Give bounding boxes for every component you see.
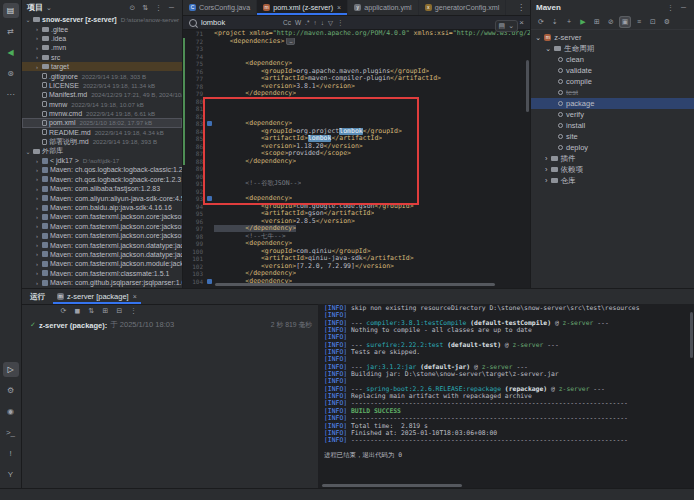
more-icon[interactable]: ⋮	[665, 2, 676, 13]
maven-tree-item[interactable]: ⌄mz-server	[531, 32, 694, 43]
chevron-icon[interactable]: ›	[34, 233, 40, 239]
project-tree-item[interactable]: ›Maven: ch.qos.logback:logback-classic:1…	[22, 165, 182, 174]
add-maven-project-icon[interactable]: +	[563, 16, 575, 28]
chevron-down-icon[interactable]: ⌄	[508, 22, 514, 30]
code-line[interactable]: 71<project xmlns="http://maven.apache.or…	[183, 30, 530, 38]
maven-tree-item[interactable]: validate	[531, 65, 694, 76]
chevron-down-icon[interactable]: ⌄	[46, 4, 52, 12]
code-line[interactable]: 101 <artifactId>qiniu-java-sdk</artifact…	[183, 255, 530, 263]
project-tree-item[interactable]: ›target	[22, 62, 182, 71]
chevron-icon[interactable]: ›	[34, 214, 40, 220]
maven-tree-item[interactable]: clean	[531, 54, 694, 65]
project-tree-item[interactable]: Manifest.md2024/12/29 17:21, 49 B, 2024/…	[22, 90, 182, 99]
maven-tree-item[interactable]: ›依赖项	[531, 164, 694, 175]
code-line[interactable]: 96 <version>2.8.5</version>	[183, 218, 530, 226]
regex-button[interactable]: .*	[305, 19, 309, 27]
chevron-icon[interactable]: ›	[34, 186, 40, 192]
code-line[interactable]: 80	[183, 98, 530, 106]
tab-options-icon[interactable]: ⋮	[512, 0, 530, 15]
collapse-all-icon[interactable]: ≡	[633, 16, 645, 28]
project-tree-item[interactable]: ›Maven: com.fasterxml.jackson.module:jac…	[22, 259, 182, 268]
code-line[interactable]: 82	[183, 113, 530, 121]
project-tool-icon[interactable]: ▤	[3, 3, 19, 18]
code-line[interactable]: 90	[183, 173, 530, 181]
download-sources-icon[interactable]: ⇣	[549, 16, 561, 28]
prev-match-icon[interactable]: ↑	[313, 19, 316, 27]
chevron-icon[interactable]: ›	[34, 205, 40, 211]
code-widget-icon[interactable]: ▤	[499, 22, 506, 30]
code-line[interactable]: 102 <version>[7.2.0, 7.2.99]</version>	[183, 263, 530, 271]
filter-icon[interactable]: ⇅	[86, 305, 97, 316]
maven-tree-item[interactable]: test	[531, 87, 694, 98]
maven-tree-item[interactable]: compile	[531, 76, 694, 87]
code-line[interactable]: 85 <artifactId>lombok</artifactId>	[183, 135, 530, 143]
toggle-offline-icon[interactable]: ⊘	[605, 16, 617, 28]
code-line[interactable]: 97 </dependency>	[183, 225, 530, 233]
project-tree-item[interactable]: LICENSE2022/9/14 19:18, 11.34 kB	[22, 81, 182, 90]
editor-horizontal-scrollbar[interactable]	[215, 283, 495, 286]
maven-tree-item[interactable]: verify	[531, 109, 694, 120]
code-line[interactable]: 75 <dependency>	[183, 60, 530, 68]
code-line[interactable]: 72 <dependencies>…	[183, 38, 530, 46]
code-line[interactable]: 88 </dependency>	[183, 158, 530, 166]
project-tree-item[interactable]: mvnw.cmd2022/9/14 19:18, 6.61 kB	[22, 109, 182, 118]
code-area[interactable]: 71<project xmlns="http://maven.apache.or…	[183, 30, 530, 285]
run-result-node[interactable]: ✓ z-server (package): 于 2025/1/10 18:03 …	[22, 317, 318, 330]
run-tool-icon[interactable]: ▷	[3, 362, 19, 377]
chevron-icon[interactable]: ›	[545, 165, 548, 174]
code-line[interactable]: 99 <dependency>	[183, 240, 530, 248]
console-vertical-scrollbar[interactable]	[690, 312, 693, 358]
code-line[interactable]: 74	[183, 53, 530, 61]
project-tree-item[interactable]: ›.idea	[22, 34, 182, 43]
hide-panel-icon[interactable]: ─	[678, 2, 689, 13]
reload-maven-icon[interactable]: ⟳	[535, 16, 547, 28]
editor-tab[interactable]: yapplication.yml	[348, 0, 419, 15]
project-tree-item[interactable]: ›Maven: com.fasterxml.jackson.core:jacks…	[22, 231, 182, 240]
chevron-icon[interactable]: ›	[34, 64, 40, 70]
expand-all-icon[interactable]: ⊞	[100, 305, 111, 316]
code-line[interactable]: 94 <groupId>com.google.code.gson</groupI…	[183, 203, 530, 211]
search-input[interactable]: lombok	[201, 18, 271, 27]
project-tree-item[interactable]: 部署说明.md2022/9/14 19:18, 393 B	[22, 137, 182, 146]
code-line[interactable]: 78 <version>3.8.1</version>	[183, 83, 530, 91]
code-line[interactable]: 81	[183, 105, 530, 113]
code-line[interactable]: 93 <dependency>	[183, 195, 530, 203]
editor-tab[interactable]: xgeneratorConfig.xml	[419, 0, 507, 15]
project-tree-item[interactable]: ›Maven: com.fasterxml:classmate:1.5.1	[22, 269, 182, 278]
words-button[interactable]: W	[295, 19, 301, 27]
execute-goal-icon[interactable]: ⊞	[591, 16, 603, 28]
code-line[interactable]: 83 <dependency>	[183, 120, 530, 128]
filter-search-icon[interactable]: ▽	[328, 19, 333, 27]
chevron-icon[interactable]: ›	[34, 280, 40, 286]
plugin-arrow-icon[interactable]: ◀	[3, 45, 19, 60]
code-line[interactable]: 98 <!--七牛-->	[183, 233, 530, 241]
more-icon[interactable]: ⋮	[128, 305, 139, 316]
project-tree-item[interactable]: README.md2022/9/14 19:18, 4.34 kB	[22, 128, 182, 137]
project-tree-item[interactable]: ›Maven: com.github.jsqlparser:jsqlparser…	[22, 278, 182, 287]
skip-tests-icon[interactable]: ▣	[619, 16, 631, 28]
code-line[interactable]: 92	[183, 188, 530, 196]
chevron-icon[interactable]: ›	[34, 242, 40, 248]
editor-vertical-scrollbar[interactable]	[526, 60, 529, 112]
chevron-icon[interactable]: ›	[34, 45, 40, 51]
code-line[interactable]: 87 <scope>provided</scope>	[183, 150, 530, 158]
collapse-all-icon[interactable]: ⇅	[140, 2, 151, 13]
run-maven-build-icon[interactable]: ▶	[577, 16, 589, 28]
maven-tree-item[interactable]: ⌄生命周期	[531, 43, 694, 54]
debug-tool-icon[interactable]: ◉	[3, 404, 19, 419]
chevron-icon[interactable]: ›	[545, 154, 548, 163]
locate-file-icon[interactable]: ⊙	[127, 2, 138, 13]
project-tree-item[interactable]: ›Maven: com.aliyun:aliyun-java-sdk-core:…	[22, 193, 182, 202]
close-tab-icon[interactable]: ×	[133, 293, 137, 300]
search-more-icon[interactable]: ⋮	[337, 19, 344, 27]
project-tree-item[interactable]: ›Maven: ch.qos.logback:logback-core:1.2.…	[22, 175, 182, 184]
close-search-icon[interactable]: ×	[519, 18, 524, 27]
code-line[interactable]: 76 <groupId>org.apache.maven.plugins</gr…	[183, 68, 530, 76]
chevron-icon[interactable]: ›	[34, 223, 40, 229]
project-tree-item[interactable]: ⌄外部库	[22, 146, 182, 155]
chevron-icon[interactable]: ›	[34, 26, 40, 32]
show-dependencies-icon[interactable]: ⊡	[647, 16, 659, 28]
project-tree-item[interactable]: ›< jdk17 >D:\soft\jdk-17	[22, 156, 182, 165]
project-tree-item[interactable]: ⌄snow-server [z-server]D:\stone\snow-ser…	[22, 15, 182, 24]
chevron-icon[interactable]: ⌄	[535, 33, 541, 42]
